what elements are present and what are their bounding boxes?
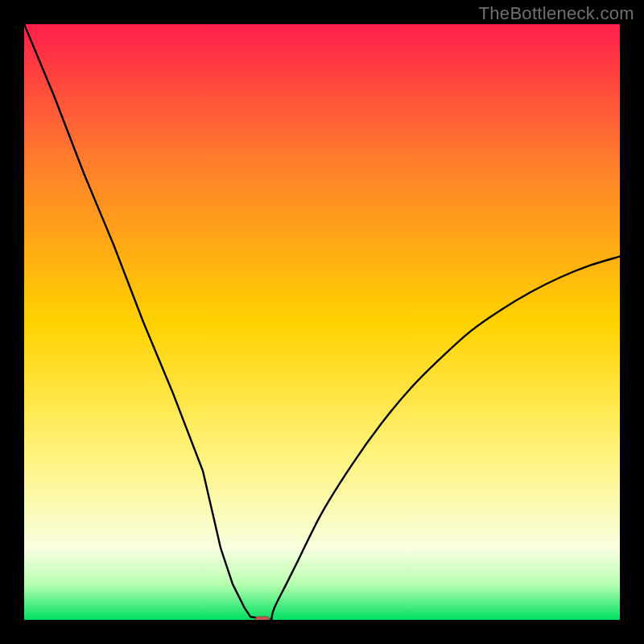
bottleneck-chart bbox=[24, 24, 620, 620]
optimal-marker bbox=[255, 617, 270, 620]
gradient-background bbox=[24, 24, 620, 620]
chart-frame: TheBottleneck.com bbox=[0, 0, 644, 644]
plot-area bbox=[24, 24, 620, 620]
watermark-text: TheBottleneck.com bbox=[479, 3, 634, 24]
